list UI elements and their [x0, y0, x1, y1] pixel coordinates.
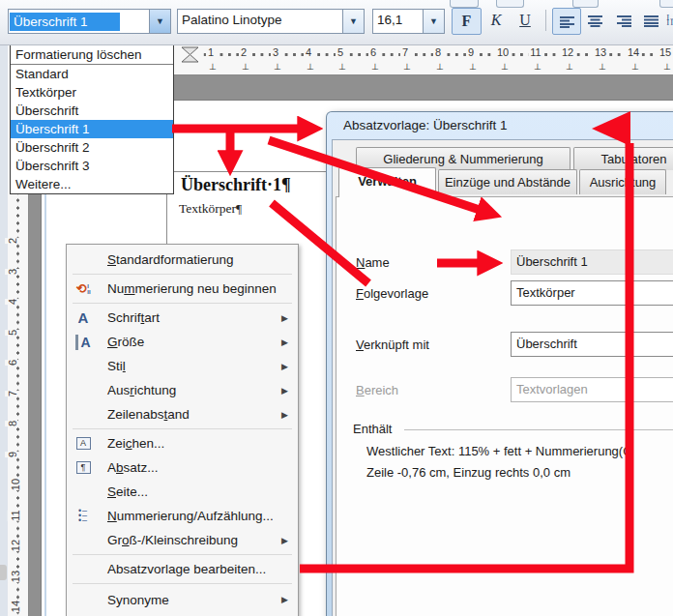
size-combo-dropdown-button[interactable]: ▼	[423, 10, 444, 33]
window-edge	[0, 0, 8, 616]
tab-stop-marker[interactable]: ⊥	[338, 62, 346, 72]
tab-stop-marker[interactable]: ⊥	[307, 62, 314, 72]
align-right-button[interactable]	[610, 8, 637, 33]
ruler-number: 10	[8, 479, 23, 490]
menu-item-synonyme[interactable]: Synonyme ▶	[67, 586, 298, 613]
menu-item-standardformatierung[interactable]: Standardformatierung	[67, 248, 298, 272]
ruler-number: 1	[206, 46, 216, 58]
tab-ausrichtung[interactable]: Ausrichtung	[579, 169, 666, 194]
menu-item-groesse[interactable]: A Größe ▶	[67, 330, 298, 354]
ruler-number: 15	[658, 46, 673, 58]
indent-marker[interactable]	[180, 46, 201, 63]
folgevorlage-field[interactable]: Textkörper	[511, 280, 673, 306]
style-combo-dropdown-button[interactable]: ▼	[149, 10, 170, 33]
menu-item-absatz[interactable]: ¶ Absatz...	[67, 455, 298, 480]
align-left-button[interactable]	[552, 8, 581, 35]
dialog-title[interactable]: Absatzvorlage: Überschrift 1	[327, 112, 673, 138]
font-size-combobox[interactable]: 16,1 ▼	[372, 9, 445, 34]
menu-item-schriftart[interactable]: A Schriftart ▶	[67, 306, 298, 330]
menu-item-gross-kleinschreibung[interactable]: Groß-/Kleinschreibung ▶	[67, 528, 298, 552]
dropdown-item[interactable]: Textkörper	[11, 83, 173, 102]
align-justify-button[interactable]	[639, 8, 662, 33]
partial-toolbar-button	[450, 0, 479, 8]
tab-stop-marker[interactable]: ⊥	[242, 62, 249, 72]
ruler-number: 9	[5, 452, 20, 457]
align-center-button[interactable]	[581, 8, 608, 33]
font-name-combobox[interactable]: Palatino Linotype ▼	[177, 9, 365, 34]
character-dialog-icon: A	[76, 437, 91, 450]
dropdown-item[interactable]: Weitere...	[11, 175, 173, 193]
tab-stop-marker[interactable]: ⊥	[631, 62, 639, 72]
menu-item-ausrichtung[interactable]: Ausrichtung ▶	[67, 378, 298, 402]
bereich-field[interactable]: Textvorlagen	[511, 377, 673, 402]
dropdown-item[interactable]: Standard	[11, 65, 173, 83]
contains-line-1: Westlicher Text: 115% + fett + Nummerier…	[366, 444, 673, 458]
ruler-number: 14	[626, 46, 641, 58]
name-field[interactable]: Überschrift 1	[511, 249, 673, 275]
submenu-arrow-icon: ▶	[281, 386, 288, 396]
font-name-value[interactable]: Palatino Linotype	[178, 10, 342, 33]
menu-item-zeichen[interactable]: A Zeichen...	[67, 431, 298, 455]
dropdown-item[interactable]: Überschrift	[11, 102, 173, 120]
menu-item-absatzvorlage-bearbeiten[interactable]: Absatzvorlage bearbeiten...	[67, 557, 298, 581]
align-right-icon	[617, 15, 631, 27]
tab-stop-marker[interactable]: ⊥	[274, 62, 281, 72]
numbered-list-button[interactable]: I–II–	[665, 8, 673, 33]
font-combo-dropdown-button[interactable]: ▼	[342, 10, 364, 33]
menu-item-zeilenabstand[interactable]: Zeilenabstand ▶	[67, 402, 298, 426]
submenu-arrow-icon: ▶	[281, 337, 288, 347]
paragraph-style-dialog: Absatzvorlage: Überschrift 1 Gliederung …	[326, 111, 673, 616]
tab-panel-verwalten: Name Überschrift 1 Folgevorlage Textkörp…	[336, 196, 673, 616]
document-heading-text[interactable]: Überschrift·1¶	[181, 175, 291, 195]
menu-item-seite[interactable]: Seite...	[67, 480, 298, 504]
partial-toolbar-button	[572, 0, 599, 8]
tab-stop-marker[interactable]: ⊥	[436, 62, 444, 72]
menu-item-stil[interactable]: Stil ▶	[67, 354, 298, 378]
tab-stop-marker[interactable]: ⊥	[663, 62, 671, 72]
restart-numbering-icon: ⟲III	[73, 280, 94, 298]
tab-stop-marker[interactable]: ⊥	[566, 62, 573, 72]
font-size-value[interactable]: 16,1	[373, 10, 423, 33]
menu-item-nummerierung-neu-beginnen[interactable]: ⟲III Nummerierung neu beginnen	[67, 277, 298, 301]
bold-button[interactable]: F	[452, 8, 482, 35]
dropdown-item[interactable]: Überschrift 3	[11, 157, 173, 175]
tab-stop-marker[interactable]: ⊥	[469, 62, 477, 72]
ruler-number: 3	[5, 269, 20, 275]
dropdown-item[interactable]: Formatierung löschen	[11, 45, 173, 65]
toolbar-separator	[545, 10, 546, 31]
font-size-icon: A	[75, 335, 90, 350]
ruler-number: 11	[8, 510, 23, 520]
underline-button[interactable]: U	[512, 8, 539, 33]
bereich-label: Bereich	[356, 383, 398, 397]
ruler-number: 5	[5, 330, 20, 336]
tab-stop-marker[interactable]: ⊥	[209, 62, 217, 72]
tab-stop-marker[interactable]: ⊥	[534, 62, 541, 72]
document-body-text[interactable]: Textkörper¶	[179, 201, 242, 217]
formatting-toolbar: Überschrift 1 ▼ Palatino Linotype ▼ 16,1…	[0, 0, 673, 45]
tab-tabulatoren[interactable]: Tabulatoren	[573, 147, 673, 170]
dropdown-item[interactable]: Überschrift 2	[11, 138, 173, 157]
menu-item-nummerierung-aufzaehlung[interactable]: •–•–•– Nummerierung/Aufzählung...	[67, 504, 298, 528]
ruler-number: 4	[304, 46, 313, 58]
dialog-body: Gliederung & Nummerierung Tabulatoren Ve…	[332, 139, 673, 616]
tab-stop-marker[interactable]: ⊥	[501, 62, 509, 72]
verknuepft-mit-field[interactable]: Überschrift	[511, 332, 673, 357]
tab-verwalten[interactable]: Verwalten	[338, 167, 436, 197]
tab-einzuege-abstaende[interactable]: Einzüge und Abstände	[438, 169, 577, 194]
enthaelt-group-label: Enthält	[353, 422, 392, 436]
tab-stop-marker[interactable]: ⊥	[371, 62, 379, 72]
ruler-number: 13	[593, 46, 608, 58]
paragraph-style-dropdown-list: Formatierung löschen Standard Textkörper…	[10, 44, 174, 194]
tab-stop-marker[interactable]: ⊥	[599, 62, 606, 72]
context-menu: Standardformatierung ⟲III Nummerierung n…	[66, 244, 299, 616]
tab-stop-marker[interactable]: ⊥	[403, 62, 411, 72]
menu-separator	[73, 303, 292, 304]
italic-button[interactable]: K	[483, 8, 510, 33]
paragraph-style-value[interactable]: Überschrift 1	[10, 13, 120, 31]
align-justify-icon	[644, 15, 658, 27]
ruler-number: 11	[528, 46, 542, 58]
ruler-number: 6	[5, 360, 20, 366]
paragraph-style-combobox[interactable]: Überschrift 1 ▼	[8, 9, 171, 34]
dropdown-item-selected[interactable]: Überschrift 1	[11, 120, 173, 138]
menu-separator	[73, 583, 292, 584]
